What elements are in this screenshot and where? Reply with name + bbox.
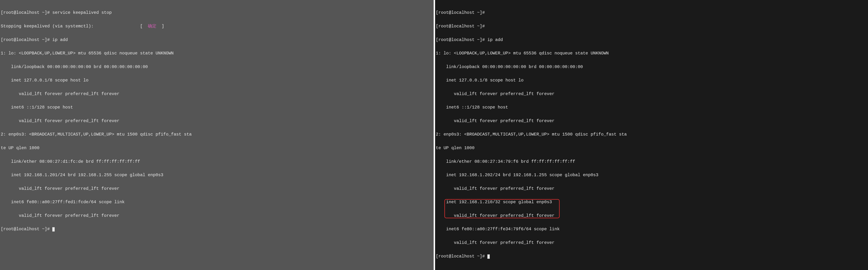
status-gap [94, 24, 140, 29]
terminal-line: valid_lft forever preferred_lft forever [1, 92, 433, 96]
terminal-line: inet 192.168.1.201/24 brd 192.168.1.255 … [1, 173, 433, 177]
terminal-left[interactable]: [root@localhost ~]# service keepalived s… [0, 0, 434, 270]
pane-divider [434, 0, 435, 270]
terminal-line: inet6 ::1/128 scope host [436, 105, 867, 109]
cursor-icon [487, 255, 490, 259]
terminal-line: 2: enp0s3: <BROADCAST,MULTICAST,UP,LOWER… [436, 132, 867, 137]
terminal-line: valid_lft forever preferred_lft forever [436, 92, 867, 96]
terminal-line: link/loopback 00:00:00:00:00:00 brd 00:0… [1, 65, 433, 69]
terminal-line: inet6 fe80::a00:27ff:fed1:fcde/64 scope … [1, 200, 433, 204]
status-ok: 确定 [143, 24, 162, 29]
terminal-line: inet 127.0.0.1/8 scope host lo [436, 78, 867, 82]
terminal-line: [root@localhost ~]# service keepalived s… [1, 10, 433, 15]
terminal-prompt-line: [root@localhost ~]# [436, 254, 867, 259]
terminal-line: valid_lft forever preferred_lft forever [1, 119, 433, 123]
terminal-line: inet6 ::1/128 scope host [1, 105, 433, 109]
terminal-line: valid_lft forever preferred_lft forever [436, 119, 867, 123]
bracket-close: ] [162, 24, 164, 29]
terminal-line: [root@localhost ~]# ip add [436, 38, 867, 42]
terminal-line: valid_lft forever preferred_lft forever [436, 187, 867, 191]
terminal-line: 1: lo: <LOOPBACK,UP,LOWER_UP> mtu 65536 … [1, 51, 433, 56]
terminal-line: valid_lft forever preferred_lft forever [1, 213, 433, 218]
terminal-line: [root@localhost ~]# ip add [1, 38, 433, 42]
terminal-line: 2: enp0s3: <BROADCAST,MULTICAST,UP,LOWER… [1, 132, 433, 137]
terminal-right[interactable]: [root@localhost ~]# [root@localhost ~]# … [435, 0, 868, 270]
terminal-prompt: [root@localhost ~]# [1, 227, 52, 232]
bracket-open: [ [140, 24, 143, 29]
terminal-status-line: Stopping keepalived (via systemctl): [ 确… [1, 24, 433, 29]
terminal-line: [root@localhost ~]# [436, 24, 867, 29]
terminal-line: te UP qlen 1000 [1, 146, 433, 150]
terminal-line: link/loopback 00:00:00:00:00:00 brd 00:0… [436, 65, 867, 69]
terminal-line: inet6 fe80::a00:27ff:fe34:79f6/64 scope … [436, 227, 867, 231]
terminal-line: link/ether 08:00:27:d1:fc:de brd ff:ff:f… [1, 159, 433, 164]
cursor-icon [52, 227, 55, 232]
terminal-line: inet 192.168.1.210/32 scope global enp0s… [436, 200, 867, 204]
terminal-line: inet 127.0.0.1/8 scope host lo [1, 78, 433, 82]
terminal-line: link/ether 08:00:27:34:79:f6 brd ff:ff:f… [436, 159, 867, 164]
terminal-line: valid_lft forever preferred_lft forever [436, 240, 867, 245]
terminal-line: [root@localhost ~]# [436, 10, 867, 15]
status-text: Stopping keepalived (via systemctl): [1, 24, 94, 29]
terminal-line: inet 192.168.1.202/24 brd 192.168.1.255 … [436, 173, 867, 177]
terminal-line: valid_lft forever preferred_lft forever [1, 187, 433, 191]
terminal-prompt: [root@localhost ~]# [436, 254, 487, 259]
terminal-prompt-line: [root@localhost ~]# [1, 227, 433, 232]
terminal-line: 1: lo: <LOOPBACK,UP,LOWER_UP> mtu 65536 … [436, 51, 867, 56]
terminal-line: te UP qlen 1000 [436, 146, 867, 150]
terminal-line: valid_lft forever preferred_lft forever [436, 213, 867, 218]
